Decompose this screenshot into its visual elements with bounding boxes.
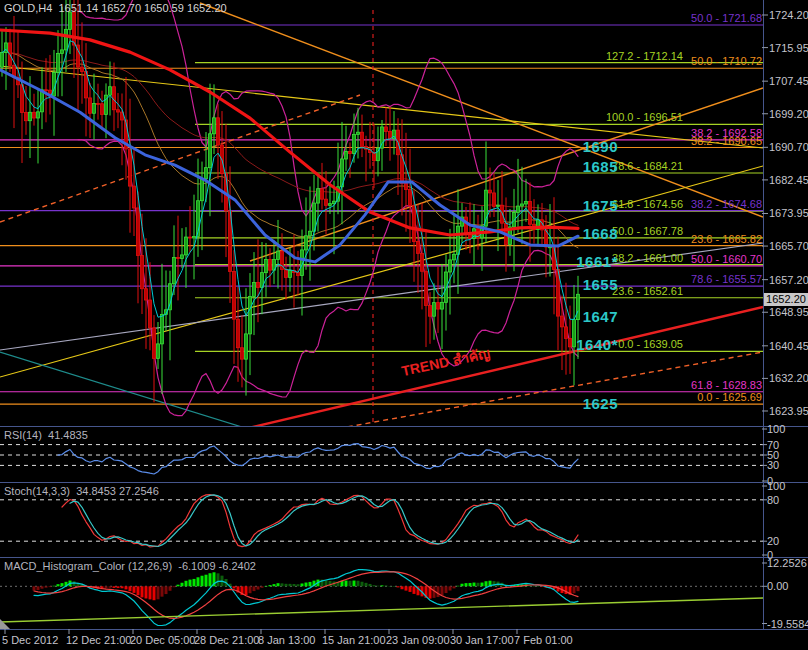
axes	[0, 0, 808, 634]
yellow-ascending	[0, 166, 763, 377]
orange-descending	[200, 3, 763, 217]
trend-dashed-channel	[330, 352, 763, 430]
chart-canvas[interactable]	[0, 0, 808, 650]
main-trend-red	[240, 307, 763, 430]
indicator-panels	[0, 444, 763, 626]
candlestick-series	[1, 0, 580, 402]
trading-chart-window[interactable]: GOLD,H4 1651.14 1652.70 1650.59 1652.20 …	[0, 0, 808, 650]
